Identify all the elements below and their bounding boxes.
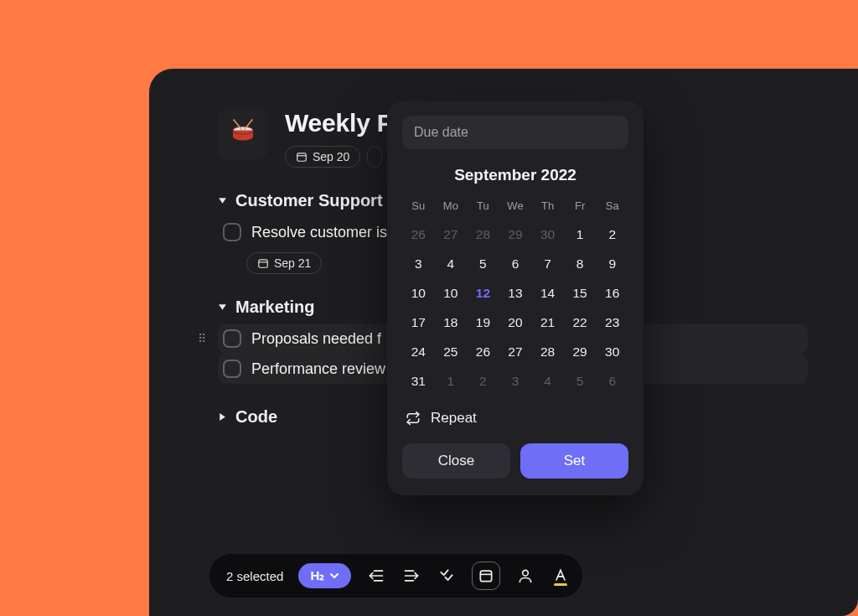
svg-point-18 (523, 570, 529, 576)
calendar-weekday: Fr (564, 196, 597, 220)
heading-dropdown[interactable]: H₂ (298, 563, 351, 588)
outdent-icon[interactable] (366, 566, 386, 586)
calendar-day[interactable]: 2 (596, 220, 628, 248)
calendar-day[interactable]: 28 (467, 220, 499, 248)
calendar-day[interactable]: 27 (435, 220, 468, 248)
task-label: Performance review (251, 360, 385, 378)
calendar-day[interactable]: 22 (564, 308, 597, 336)
svg-rect-6 (297, 153, 307, 161)
calendar-day[interactable]: 3 (402, 250, 435, 277)
task-label: Proposals needed f (251, 330, 381, 348)
calendar-day[interactable]: 26 (467, 338, 499, 365)
due-date-input[interactable]: Due date (402, 116, 628, 149)
app-window: Weekly P Sep 20 Customer Support Resolve… (149, 69, 858, 616)
svg-rect-16 (481, 571, 492, 582)
task-date-chip[interactable]: Sep 21 (246, 252, 322, 274)
calendar-weekday: Tu (467, 196, 499, 220)
calendar-day[interactable]: 20 (499, 308, 532, 336)
date-chip[interactable]: Sep 20 (285, 146, 360, 168)
calendar-day[interactable]: 19 (467, 308, 499, 336)
disclosure-icon[interactable] (218, 303, 227, 312)
calendar-days-grid: 2627282930123456789101012131415161718192… (402, 220, 628, 395)
calendar-day[interactable]: 10 (435, 279, 468, 307)
calendar-icon (257, 257, 269, 269)
calendar-day[interactable]: 12 (467, 279, 499, 307)
checklist-icon[interactable] (437, 566, 457, 586)
calendar-day[interactable]: 29 (564, 338, 597, 365)
page-title: Weekly P (285, 109, 394, 137)
calendar-day[interactable]: 13 (499, 279, 532, 307)
calendar-day[interactable]: 16 (596, 279, 628, 307)
calendar-day[interactable]: 21 (531, 308, 564, 336)
calendar-day[interactable]: 18 (435, 308, 468, 336)
date-chip-ghost (367, 146, 382, 168)
calendar-day[interactable]: 8 (564, 250, 597, 277)
section-title: Marketing (235, 298, 314, 317)
calendar-day[interactable]: 15 (564, 279, 597, 307)
task-date-label: Sep 21 (274, 256, 311, 270)
calendar-day[interactable]: 23 (596, 308, 628, 336)
date-picker-popover: Due date September 2022 SuMoTuWeThFrSa 2… (387, 101, 644, 495)
drum-icon (228, 119, 258, 149)
repeat-row[interactable]: Repeat (406, 410, 625, 427)
repeat-label: Repeat (431, 410, 477, 427)
disclosure-icon[interactable] (218, 196, 227, 205)
svg-point-4 (233, 119, 235, 122)
calendar-weekday: Th (531, 196, 564, 220)
calendar-day[interactable]: 1 (564, 220, 597, 248)
calendar-day[interactable]: 30 (596, 338, 628, 365)
calendar-weekday: Su (402, 196, 435, 220)
calendar-day[interactable]: 7 (531, 250, 564, 277)
calendar-day[interactable]: 4 (531, 367, 564, 395)
calendar-day[interactable]: 2 (467, 367, 499, 395)
calendar-day[interactable]: 10 (402, 279, 435, 307)
task-label: Resolve customer is (251, 224, 387, 241)
task-checkbox[interactable] (223, 329, 241, 348)
section-title: Customer Support (235, 191, 383, 210)
date-chip-label: Sep 20 (313, 150, 349, 163)
calendar-day[interactable]: 30 (531, 220, 564, 248)
calendar-day[interactable]: 9 (596, 250, 628, 277)
calendar-day[interactable]: 5 (564, 367, 597, 395)
selection-toolbar: 2 selected H₂ (209, 554, 582, 598)
calendar-day[interactable]: 25 (435, 338, 468, 365)
disclosure-icon[interactable] (218, 412, 227, 422)
heading-label: H₂ (310, 568, 324, 583)
repeat-icon (406, 411, 421, 426)
task-checkbox[interactable] (223, 223, 241, 241)
calendar-icon (296, 151, 308, 163)
svg-point-5 (251, 119, 253, 122)
calendar-day[interactable]: 29 (499, 220, 532, 248)
calendar-day[interactable]: 31 (402, 367, 435, 395)
calendar-day[interactable]: 24 (402, 338, 435, 365)
calendar-day[interactable]: 27 (499, 338, 532, 365)
set-button[interactable]: Set (520, 443, 628, 479)
calendar-day[interactable]: 17 (402, 308, 435, 336)
svg-rect-8 (259, 260, 268, 267)
text-color-icon[interactable] (550, 566, 571, 586)
assign-icon[interactable] (515, 566, 535, 586)
calendar-day[interactable]: 14 (531, 279, 564, 307)
drag-handle-icon[interactable]: ⠿ (198, 332, 205, 345)
task-checkbox[interactable] (223, 360, 241, 378)
calendar-day[interactable]: 4 (435, 250, 468, 277)
calendar-weekday-row: SuMoTuWeThFrSa (402, 196, 628, 220)
calendar-day[interactable]: 6 (499, 250, 532, 277)
calendar-weekday: We (499, 196, 532, 220)
calendar-day[interactable]: 5 (467, 250, 499, 277)
calendar-month-title: September 2022 (402, 166, 628, 184)
selection-count: 2 selected (226, 569, 283, 583)
calendar-day[interactable]: 6 (596, 367, 628, 395)
indent-icon[interactable] (401, 566, 421, 586)
calendar-day[interactable]: 1 (435, 367, 468, 395)
calendar-weekday: Sa (596, 196, 628, 220)
calendar-day[interactable]: 3 (499, 367, 532, 395)
date-icon[interactable] (472, 562, 500, 590)
chevron-down-icon (329, 571, 339, 581)
section-title: Code (235, 407, 277, 427)
calendar-day[interactable]: 26 (402, 220, 435, 248)
close-button[interactable]: Close (402, 443, 510, 479)
page-icon[interactable] (218, 109, 268, 159)
calendar-weekday: Mo (435, 196, 468, 220)
calendar-day[interactable]: 28 (531, 338, 564, 365)
